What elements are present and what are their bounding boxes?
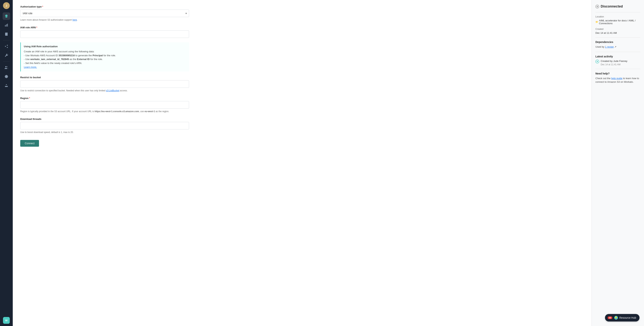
need-help-section: Need help? Check out the help guide to l… bbox=[596, 72, 640, 84]
svg-point-3 bbox=[7, 45, 8, 46]
auth-type-field: Authorization type * IAM roleAccess keyI… bbox=[20, 5, 189, 22]
activity-user: Created by Jude Feeney bbox=[601, 60, 627, 63]
dependencies-section: Dependencies Used by 1 recipe ↗ bbox=[596, 40, 640, 49]
svg-rect-2 bbox=[7, 24, 8, 27]
activity-item: Created by Jude Feeney Dec 14 at 11:41 A… bbox=[596, 60, 640, 66]
restrict-bucket-hint: Use to restrict connection to specified … bbox=[20, 89, 189, 92]
user-avatar[interactable]: J bbox=[3, 2, 10, 9]
need-help-text: Check out the help guide to learn how to… bbox=[596, 76, 640, 84]
download-threads-input[interactable] bbox=[20, 122, 189, 130]
resource-hub-badge: 30 bbox=[608, 316, 612, 319]
auth-type-hint: Learn more about Amazon S3 authorization… bbox=[20, 18, 189, 22]
location-section: Location 📁 AIML accelerator for docs / A… bbox=[596, 16, 640, 25]
form-area: Authorization type * IAM roleAccess keyI… bbox=[13, 0, 592, 326]
sidebar-item-share[interactable] bbox=[3, 42, 10, 50]
folder-icon: 📁 bbox=[596, 21, 598, 23]
info-learn-more-link[interactable]: Learn more. bbox=[24, 66, 37, 68]
connection-status: ⊗ Disconnected bbox=[596, 4, 640, 8]
main-content: Authorization type * IAM roleAccess keyI… bbox=[13, 0, 644, 326]
sidebar-item-export[interactable] bbox=[3, 82, 10, 89]
region-url: https://eu-west-1.console.s3.amazon.com bbox=[94, 110, 139, 113]
iam-arn-input[interactable] bbox=[20, 30, 189, 38]
created-section: Created Dec 14 at 11:41 AM bbox=[596, 28, 640, 34]
resource-hub-icon: 💡 bbox=[614, 316, 618, 320]
recipe-link[interactable]: 1 recipe bbox=[605, 46, 614, 48]
sidebar: J w bbox=[0, 0, 13, 326]
account-id: 353360065216 bbox=[58, 54, 75, 57]
status-icon: ⊗ bbox=[596, 5, 599, 8]
workato-logo[interactable]: w bbox=[3, 317, 10, 324]
auth-hint-link[interactable]: here bbox=[72, 18, 77, 21]
download-threads-label: Download threads bbox=[20, 118, 189, 120]
connection-form: Authorization type * IAM roleAccess keyI… bbox=[20, 5, 189, 147]
iam-arn-required: * bbox=[36, 26, 37, 29]
panel-divider-1 bbox=[596, 12, 640, 12]
sidebar-item-layers[interactable] bbox=[3, 12, 10, 20]
sidebar-item-tools[interactable] bbox=[3, 52, 10, 59]
svg-line-6 bbox=[6, 46, 7, 47]
region-required: * bbox=[29, 97, 30, 100]
sidebar-item-settings[interactable] bbox=[3, 73, 10, 80]
resource-hub-label: Resource Hub bbox=[620, 316, 636, 319]
region-input[interactable] bbox=[20, 101, 189, 108]
restrict-bucket-field: Restrict to bucket Use to restrict conne… bbox=[20, 76, 189, 92]
svg-line-7 bbox=[6, 46, 7, 46]
auth-type-select-wrapper: IAM roleAccess keyInstance profile ▾ bbox=[20, 10, 189, 17]
principal-label: Principal bbox=[92, 54, 103, 57]
restrict-bucket-label: Restrict to bucket bbox=[20, 76, 189, 79]
region-hint: Region is typically provided in the S3 a… bbox=[20, 110, 189, 113]
iam-arn-label: IAM role ARN * bbox=[20, 26, 189, 29]
panel-divider-4 bbox=[596, 69, 640, 69]
svg-point-5 bbox=[7, 47, 8, 48]
region-example: eu-west-1 bbox=[144, 110, 155, 113]
latest-activity-title: Latest activity bbox=[596, 55, 640, 58]
sidebar-bottom: w bbox=[3, 317, 10, 324]
panel-divider-3 bbox=[596, 52, 640, 52]
region-field: Region * Region is typically provided in… bbox=[20, 97, 189, 113]
status-label: Disconnected bbox=[601, 4, 623, 8]
iam-info-block: Using IAM Role authorization Create an I… bbox=[20, 42, 189, 72]
svg-rect-0 bbox=[5, 25, 6, 27]
external-id-value: workato_iam_external_id_782845 bbox=[30, 58, 69, 60]
restrict-bucket-input[interactable] bbox=[20, 80, 189, 88]
region-label: Region * bbox=[20, 97, 189, 100]
activity-dot-inner bbox=[597, 61, 598, 62]
resource-hub-button[interactable]: 30 💡 Resource Hub bbox=[605, 314, 640, 322]
dependencies-title: Dependencies bbox=[596, 40, 640, 44]
latest-activity-section: Latest activity Created by Jude Feeney D… bbox=[596, 55, 640, 66]
info-block-title: Using IAM Role authorization bbox=[24, 45, 186, 48]
location-value: 📁 AIML accelerator for docs / AIML / Con… bbox=[596, 19, 640, 25]
activity-time: Dec 14 at 11:41 AM bbox=[601, 63, 627, 66]
need-help-title: Need help? bbox=[596, 72, 640, 75]
external-id-label: External ID bbox=[77, 58, 90, 60]
svg-point-4 bbox=[5, 46, 6, 47]
activity-details: Created by Jude Feeney Dec 14 at 11:41 A… bbox=[601, 60, 627, 66]
connect-button[interactable]: Connect bbox=[20, 140, 39, 147]
download-threads-field: Download threads Use to boost download s… bbox=[20, 118, 189, 134]
created-label: Created bbox=[596, 28, 640, 30]
sidebar-item-book[interactable] bbox=[3, 30, 10, 38]
sidebar-item-chart[interactable] bbox=[3, 22, 10, 29]
auth-type-required: * bbox=[42, 5, 43, 8]
dependencies-text: Used by 1 recipe ↗ bbox=[596, 45, 640, 49]
activity-dot-icon bbox=[596, 60, 599, 64]
auth-type-select[interactable]: IAM roleAccess keyInstance profile bbox=[20, 10, 189, 17]
sidebar-item-people[interactable] bbox=[3, 64, 10, 71]
location-label: Location bbox=[596, 16, 640, 18]
right-panel: ⊗ Disconnected Location 📁 AIML accelerat… bbox=[592, 0, 644, 326]
auth-type-label: Authorization type * bbox=[20, 5, 189, 8]
sidebar-divider-2 bbox=[3, 61, 10, 62]
iam-arn-field: IAM role ARN * bbox=[20, 26, 189, 38]
info-block-body: Create an IAM role in your AWS account u… bbox=[24, 50, 186, 69]
svg-point-8 bbox=[5, 66, 6, 68]
s3-list-bucket-link[interactable]: s3:ListBucket bbox=[106, 89, 119, 92]
help-guide-link[interactable]: help guide bbox=[611, 77, 622, 80]
panel-divider-2 bbox=[596, 37, 640, 38]
download-threads-hint: Use to boost download speed, default is … bbox=[20, 130, 189, 134]
svg-rect-1 bbox=[6, 24, 6, 27]
created-value: Dec 14 at 11:41 AM bbox=[596, 32, 640, 34]
